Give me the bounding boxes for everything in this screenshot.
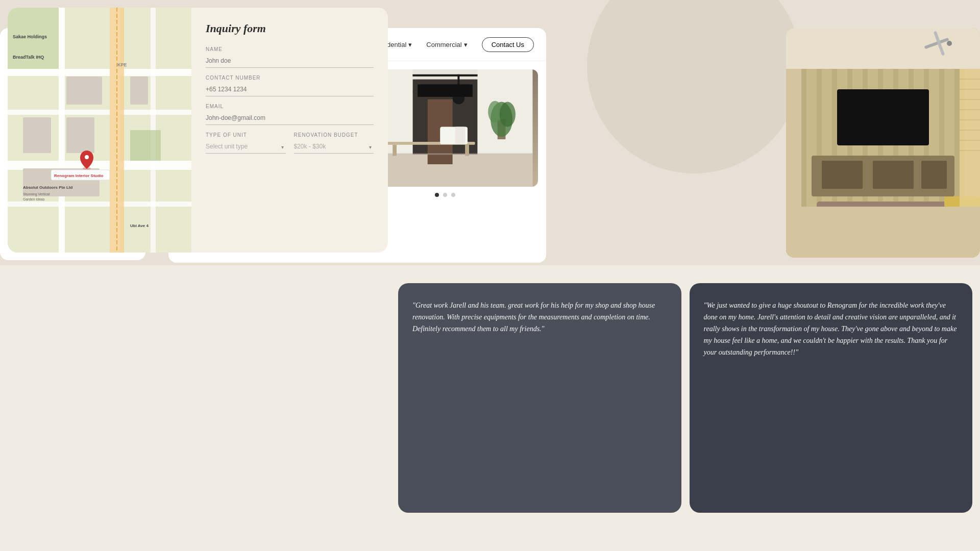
- chevron-down-icon: ▾: [408, 41, 412, 48]
- testimonials-section: "Great work Jarell and his team. great w…: [398, 276, 980, 520]
- svg-rect-48: [873, 161, 914, 189]
- svg-rect-30: [786, 28, 980, 69]
- email-label: EMAIL: [206, 104, 374, 109]
- map-background: Sakae Holdings BreadTalk IHQ KPE Absolut…: [8, 8, 191, 253]
- svg-text:BreadTalk IHQ: BreadTalk IHQ: [13, 55, 44, 60]
- testimonial-text-2: "We just wanted to give a huge shoutout …: [704, 299, 959, 358]
- svg-text:Renogram Interior Studio: Renogram Interior Studio: [54, 173, 104, 178]
- svg-rect-42: [954, 69, 960, 207]
- form-group-unit: TYPE OF UNIT Select unit type HDB Condo …: [206, 132, 286, 154]
- testimonial-card-1: "Great work Jarell and his team. great w…: [398, 283, 681, 513]
- contact-label: CONTACT NUMBER: [206, 75, 374, 81]
- svg-rect-23: [455, 127, 465, 144]
- form-row-unit-budget: TYPE OF UNIT Select unit type HDB Condo …: [206, 132, 374, 161]
- svg-rect-68: [8, 110, 191, 115]
- svg-rect-78: [66, 77, 102, 105]
- svg-rect-71: [59, 8, 65, 253]
- svg-rect-79: [66, 117, 94, 153]
- svg-rect-56: [786, 207, 980, 258]
- name-input[interactable]: [206, 54, 374, 68]
- testimonial-text-1: "Great work Jarell and his team. great w…: [412, 299, 667, 335]
- map-form-card: Sakae Holdings BreadTalk IHQ KPE Absolut…: [8, 8, 388, 253]
- svg-point-27: [500, 102, 516, 127]
- svg-rect-18: [418, 84, 473, 96]
- form-title: Inquiry form: [206, 22, 374, 35]
- svg-rect-47: [822, 161, 863, 189]
- email-input[interactable]: [206, 111, 374, 125]
- svg-text:Stunning Vertical: Stunning Vertical: [23, 192, 50, 196]
- contact-us-button[interactable]: Contact Us: [482, 37, 534, 52]
- map-svg: Sakae Holdings BreadTalk IHQ KPE Absolut…: [8, 8, 191, 253]
- svg-text:Garden Ideas: Garden Ideas: [23, 197, 45, 201]
- svg-text:Ubi Ave 4: Ubi Ave 4: [130, 223, 149, 228]
- contact-input[interactable]: [206, 83, 374, 96]
- svg-point-43: [947, 41, 952, 46]
- testimonial-card-2: "We just wanted to give a huge shoutout …: [690, 283, 973, 513]
- svg-point-91: [85, 155, 89, 159]
- svg-rect-81: [23, 117, 51, 153]
- nav-commercial[interactable]: Commercial ▾: [426, 41, 467, 48]
- carousel-dot-3[interactable]: [451, 193, 455, 197]
- form-group-name: NAME: [206, 46, 374, 68]
- svg-rect-70: [8, 202, 191, 207]
- unit-select-wrapper: Select unit type HDB Condo Landed Commer…: [206, 140, 286, 154]
- budget-label: RENOVATION BUDGET: [294, 132, 374, 138]
- right-room-svg: [786, 28, 980, 258]
- svg-rect-32: [801, 69, 806, 207]
- svg-text:KPE: KPE: [117, 62, 127, 67]
- svg-rect-49: [921, 161, 947, 189]
- svg-rect-67: [8, 69, 191, 76]
- chevron-down-icon-2: ▾: [464, 41, 468, 48]
- form-group-budget: RENOVATION BUDGET $20k - $30k $30k - $50…: [294, 132, 374, 154]
- right-image-card: [786, 28, 980, 258]
- svg-text:Absolut Outdoors Pte Ltd: Absolut Outdoors Pte Ltd: [23, 185, 72, 190]
- svg-text:Sakae Holdings: Sakae Holdings: [13, 34, 47, 39]
- unit-label: TYPE OF UNIT: [206, 132, 286, 138]
- right-room-image: [786, 28, 980, 258]
- budget-select[interactable]: $20k - $30k $30k - $50k $50k - $80k $80k…: [294, 140, 374, 154]
- form-group-email: EMAIL: [206, 104, 374, 125]
- svg-rect-80: [130, 77, 148, 105]
- carousel-dot-2[interactable]: [443, 193, 447, 197]
- svg-rect-77: [130, 130, 161, 161]
- inquiry-form-section: Inquiry form NAME CONTACT NUMBER EMAIL T…: [191, 8, 388, 253]
- form-group-contact: CONTACT NUMBER: [206, 75, 374, 96]
- unit-type-select[interactable]: Select unit type HDB Condo Landed Commer…: [206, 140, 286, 154]
- map-section: Sakae Holdings BreadTalk IHQ KPE Absolut…: [8, 8, 191, 253]
- name-label: NAME: [206, 46, 374, 52]
- svg-rect-50: [837, 89, 929, 145]
- budget-select-wrapper: $20k - $30k $30k - $50k $50k - $80k $80k…: [294, 140, 374, 154]
- carousel-dot-1[interactable]: [435, 193, 439, 197]
